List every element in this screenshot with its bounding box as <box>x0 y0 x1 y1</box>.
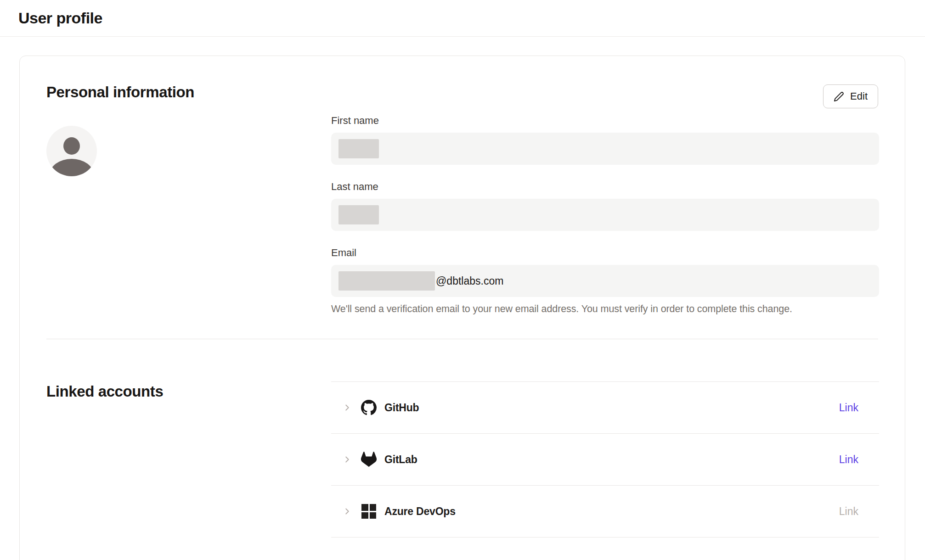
avatar-shoulders-shape <box>50 159 94 176</box>
last-name-field[interactable] <box>331 199 879 231</box>
email-help-text: We'll send a verification email to your … <box>331 303 879 315</box>
section-divider <box>46 339 878 339</box>
chevron-right-icon[interactable] <box>342 403 352 413</box>
avatar <box>46 126 97 176</box>
gitlab-link-button[interactable]: Link <box>839 454 858 466</box>
chevron-right-icon[interactable] <box>342 506 352 516</box>
edit-button[interactable]: Edit <box>823 84 878 108</box>
account-row-gitlab: GitLab Link <box>331 434 879 486</box>
email-field[interactable]: @dbtlabs.com <box>331 265 879 297</box>
profile-card: Personal information Edit First name Las… <box>19 56 905 560</box>
email-domain-text: @dbtlabs.com <box>436 275 503 287</box>
first-name-redacted-value <box>338 139 379 158</box>
page-header: User profile <box>0 0 925 37</box>
personal-information-heading: Personal information <box>46 84 194 101</box>
first-name-label: First name <box>331 115 879 127</box>
edit-button-label: Edit <box>850 90 868 102</box>
avatar-head-shape <box>63 137 80 155</box>
account-row-github: GitHub Link <box>331 382 879 434</box>
personal-info-form: First name Last name Email @dbtlabs.com … <box>331 115 879 315</box>
github-link-button[interactable]: Link <box>839 402 858 414</box>
gitlab-icon <box>361 452 377 467</box>
azure-devops-icon <box>361 504 377 519</box>
pencil-icon <box>834 91 844 102</box>
linked-accounts-list: GitHub Link GitLab Link Azure DevOps Lin… <box>331 381 879 538</box>
linked-accounts-heading: Linked accounts <box>46 383 163 400</box>
first-name-field[interactable] <box>331 133 879 165</box>
account-name: GitLab <box>384 454 417 466</box>
chevron-right-icon[interactable] <box>342 454 352 465</box>
azure-devops-link-button-disabled: Link <box>839 505 858 518</box>
account-name: GitHub <box>384 402 419 414</box>
github-icon <box>361 400 377 415</box>
account-name: Azure DevOps <box>384 505 456 518</box>
last-name-redacted-value <box>338 205 379 224</box>
page-title: User profile <box>18 9 102 27</box>
email-redacted-value <box>338 271 435 291</box>
account-row-azure-devops: Azure DevOps Link <box>331 486 879 538</box>
email-label: Email <box>331 247 879 259</box>
last-name-label: Last name <box>331 181 879 193</box>
